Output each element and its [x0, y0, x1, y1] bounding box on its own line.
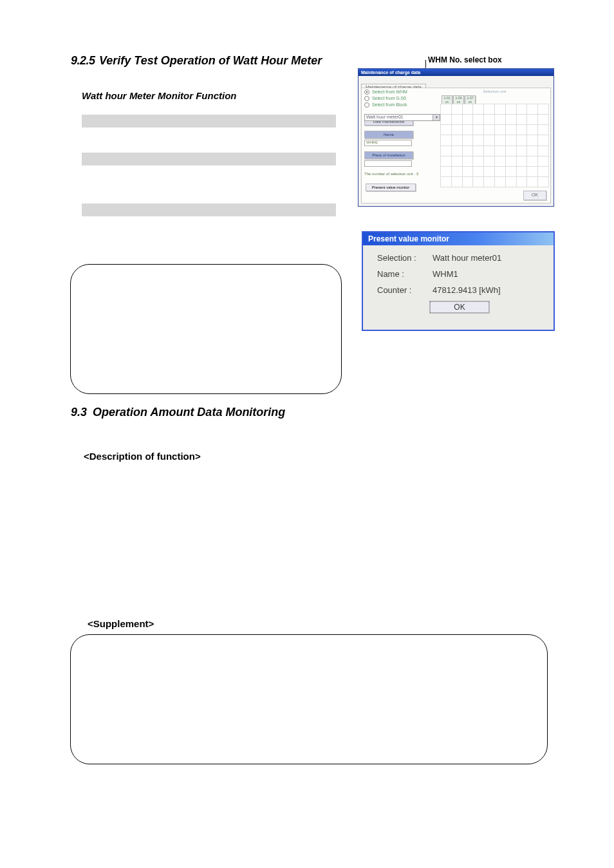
whm-number-select-value: Watt hour meter01 — [366, 115, 404, 119]
description-of-function-label: <Description of function> — [84, 451, 201, 462]
pv-dialog-body: Selection : Watt hour meter01 Name : WHM… — [363, 245, 554, 318]
chevron-down-icon: ▾ — [433, 115, 440, 120]
heading-925-title: Verify Test Operation of Watt Hour Meter — [99, 54, 322, 67]
heading-925: 9.2.5 Verify Test Operation of Watt Hour… — [71, 54, 322, 68]
heading-93: 9.3 Operation Amount Data Monitoring — [71, 406, 285, 419]
charge-data-panel: Maintenance of charge data Maintenance o… — [358, 68, 554, 207]
radio-dot-icon — [364, 96, 369, 101]
redacted-bar-3 — [82, 203, 336, 216]
supplement-label: <Supplement> — [88, 618, 154, 629]
panel-titlebar: Maintenance of charge data — [358, 69, 554, 76]
pv-row-selection: Selection : Watt hour meter01 — [377, 253, 542, 263]
supplement-box — [70, 634, 548, 764]
note-box-925 — [70, 264, 342, 394]
page: 9.2.5 Verify Test Operation of Watt Hour… — [0, 0, 614, 868]
pv-name-label: Name : — [377, 269, 433, 279]
heading-925-number: 9.2.5 — [71, 54, 95, 67]
radio-select-whm-label: Select from WHM — [372, 90, 407, 94]
heading-93-number: 9.3 — [71, 406, 87, 419]
pv-ok-button[interactable]: OK — [430, 301, 489, 313]
radio-dot-icon — [364, 102, 369, 108]
radio-select-block-label: Select from Block — [372, 102, 407, 107]
panel-ok-button[interactable]: OK — [523, 191, 546, 200]
present-value-monitor-dialog: Present value monitor Selection : Watt h… — [362, 231, 555, 331]
selection-unit-pane: Selection unit 1-01 oc 1-04 oc 1-07 oc — [440, 88, 549, 187]
name-button[interactable]: Name — [364, 131, 413, 138]
place-field[interactable] — [364, 160, 412, 167]
pv-ok-wrap: OK — [377, 301, 542, 313]
heading-93-title: Operation Amount Data Monitoring — [93, 406, 285, 419]
place-of-installation-button[interactable]: Place of installation — [364, 151, 413, 159]
pv-counter-label: Counter : — [377, 285, 433, 295]
whm-select-caption: WHM No. select box — [428, 55, 502, 64]
radio-dot-icon — [364, 90, 369, 95]
pv-selection-label: Selection : — [377, 253, 433, 263]
present-value-monitor-button[interactable]: Present value monitor — [366, 184, 416, 191]
whm-number-select[interactable]: Watt hour meter01 ▾ — [364, 114, 440, 121]
pv-name-value: WHM1 — [433, 269, 458, 279]
pv-counter-value: 47812.9413 [kWh] — [433, 285, 501, 295]
pv-row-name: Name : WHM1 — [377, 269, 542, 279]
pv-dialog-title: Present value monitor — [363, 232, 554, 245]
redacted-bar-1 — [82, 115, 336, 127]
radio-select-g50-label: Select from G-50 — [372, 96, 406, 100]
subtitle-whm-monitor: Watt hour Meter Monitor Function — [82, 90, 237, 101]
panel-body: Select from WHM Select from G-50 Select … — [361, 88, 551, 203]
pv-row-counter: Counter : 47812.9413 [kWh] — [377, 285, 542, 295]
redacted-bar-2 — [82, 153, 336, 165]
selection-unit-title: Selection unit — [440, 88, 549, 93]
name-field[interactable]: WHM1 — [364, 140, 412, 146]
selection-unit-grid — [440, 104, 549, 187]
selection-unit-table — [440, 104, 549, 187]
pv-selection-value: Watt hour meter01 — [433, 253, 501, 263]
